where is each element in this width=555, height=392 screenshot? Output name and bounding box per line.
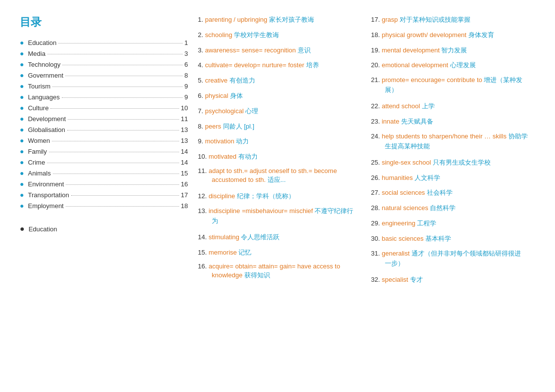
vocab-item: 16. acquire= obtain= attain= gain= have …: [198, 262, 366, 280]
vocab-en: help students to sharpen/hone their … sk…: [382, 132, 507, 140]
vocab-en: cultivate= develop= nurture= foster: [205, 61, 304, 69]
vocab-en: humanities: [382, 174, 413, 181]
vocab-zh: 身体: [230, 92, 243, 99]
toc-item: ● Development 11: [20, 115, 188, 123]
vocab-zh: 对于某种知识或技能掌握: [400, 16, 470, 23]
toc-bullet: ●: [20, 49, 24, 57]
toc-label: Women: [28, 137, 50, 144]
toc-label: Languages: [28, 93, 59, 101]
vocab-en: generalist: [382, 250, 410, 257]
toc-item: ● Education 1: [20, 39, 188, 46]
vocab-zh: 获得知识: [244, 271, 270, 279]
vocab-zh: 有创造力: [230, 77, 255, 84]
vocab-zh: 人文科学: [415, 174, 440, 181]
toc-bullet: ●: [20, 158, 24, 166]
vocab-zh: 有动力: [238, 153, 258, 160]
toc-bullet: ●: [20, 104, 24, 112]
toc-label: Family: [28, 148, 46, 155]
vocab-num: 15.: [198, 249, 209, 256]
vocab-en: stimulating: [209, 233, 239, 241]
vocab-item: 31. generalist 通才（但并非对每个领域都钻研得很进一步）: [371, 249, 535, 268]
vocab-item: 12. discipline 纪律；学科（统称）: [198, 191, 366, 202]
vocab-zh: 培养: [306, 61, 319, 69]
vocab-item: 3. awareness= sense= recognition 意识: [198, 45, 366, 56]
vocab-zh: 基本科学: [425, 235, 451, 242]
vocab-num: 26.: [371, 174, 382, 181]
vocab-en: natural sciences: [382, 204, 428, 212]
vocab-zh: 一步）: [385, 260, 404, 267]
vocab-en: accustomed to sth.: [212, 176, 268, 183]
toc-label: Animals: [28, 170, 50, 177]
toc-bullet: ●: [20, 180, 24, 188]
toc-label: Crime: [28, 159, 45, 166]
toc-label: Technology: [28, 61, 60, 68]
sidebar: 目录 ● Education 1 ● Media 3 ● Technology …: [20, 15, 188, 290]
toc-page: 18: [181, 202, 188, 210]
vocab-item: 17. grasp 对于某种知识或技能掌握: [371, 15, 535, 25]
vocab-col-left: 1. parenting / upbringing 家长对孩子教诲2. scho…: [198, 15, 366, 290]
vocab-zh: 心理: [245, 107, 258, 115]
vocab-zh: 先天赋具备: [401, 118, 433, 125]
vocab-item: 8. peers 同龄人 [pl.]: [198, 122, 366, 132]
toc-page: 11: [181, 115, 188, 123]
vocab-en: memorise: [209, 249, 237, 256]
vocab-en: acquire= obtain= attain= gain= have acce…: [209, 262, 340, 270]
vocab-en: attend school: [382, 102, 420, 110]
vocab-num: 17.: [371, 16, 382, 23]
vocab-item: 5. creative 有创造力: [198, 76, 366, 86]
toc-label: Globalisation: [28, 126, 65, 133]
vocab-num: 21.: [371, 76, 382, 84]
vocab-zh: 不遵守纪律行: [315, 207, 353, 215]
vocab-en: awareness= sense= recognition: [205, 46, 296, 54]
vocab-zh: 家长对孩子教诲: [269, 16, 314, 23]
page-container: 目录 ● Education 1 ● Media 3 ● Technology …: [20, 15, 535, 290]
vocab-zh: 专才: [410, 276, 423, 283]
vocab-num: 12.: [198, 192, 209, 200]
toc-bullet: ●: [20, 115, 24, 123]
vocab-num: 14.: [198, 233, 209, 241]
vocab-item: 11. adapt to sth.= adjust oneself to sth…: [198, 167, 366, 184]
toc-label: Education: [28, 39, 56, 46]
toc-item: ● Technology 6: [20, 60, 188, 68]
vocab-num: 23.: [371, 118, 382, 125]
toc-dots: [67, 130, 179, 131]
vocab-zh: 增进（某种发: [484, 76, 522, 84]
vocab-zh: 生提高某种技能: [385, 142, 430, 150]
vocab-zh: 动力: [236, 137, 249, 145]
vocab-en: motivation: [205, 137, 234, 145]
toc-item: ● Environment 16: [20, 180, 188, 188]
vocab-item: 24. help students to sharpen/hone their …: [371, 132, 535, 151]
toc-dots: [50, 108, 179, 109]
vocab-num: 3.: [198, 46, 205, 54]
vocab-en: schooling: [205, 31, 232, 39]
toc-section-bullet: ●: [20, 224, 25, 233]
toc-dots: [71, 195, 179, 196]
vocab-en: adapt to sth.= adjust oneself to sth.= b…: [209, 167, 337, 174]
vocab-zh: 为: [212, 217, 218, 224]
vocab-en: basic sciences: [382, 235, 424, 242]
vocab-num: 30.: [371, 235, 382, 242]
vocab-item: 7. psychological 心理: [198, 106, 366, 117]
toc-bullet: ●: [20, 82, 24, 90]
toc-bullet: ●: [20, 202, 24, 210]
vocab-num: 24.: [371, 132, 382, 140]
vocab-zh: 意识: [298, 46, 311, 54]
toc-page: 3: [185, 50, 188, 57]
toc-item: ● Culture 10: [20, 104, 188, 112]
toc-page: 1: [185, 39, 188, 46]
toc-bullet: ●: [20, 191, 24, 199]
vocab-en: parenting / upbringing: [205, 16, 267, 23]
toc-item: ● Transportation 17: [20, 191, 188, 199]
toc-item: ● Employment 18: [20, 202, 188, 210]
toc-bullet: ●: [20, 169, 24, 177]
vocab-num: 4.: [198, 61, 205, 69]
toc-item: ● Languages 9: [20, 93, 188, 101]
vocab-zh: 协助学: [509, 132, 528, 140]
vocab-num: 16.: [198, 262, 209, 270]
vocab-en: knowledge: [212, 271, 244, 279]
vocab-item: 26. humanities 人文科学: [371, 173, 535, 183]
toc-dots: [53, 174, 179, 174]
vocab-zh: 上学: [422, 102, 435, 110]
vocab-num: 22.: [371, 102, 382, 110]
vocab-num: 8.: [198, 123, 205, 130]
